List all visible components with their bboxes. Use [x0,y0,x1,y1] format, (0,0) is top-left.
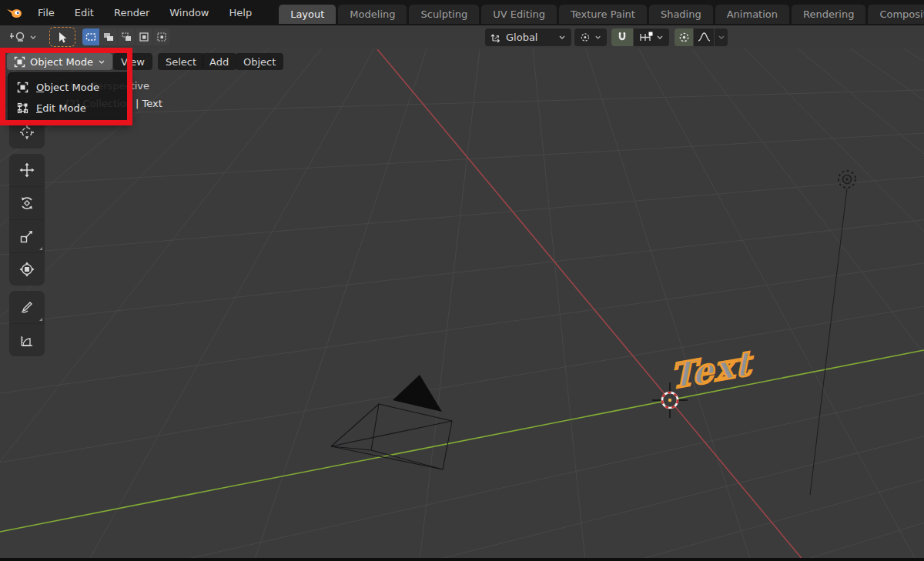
select-mode-subtract-button[interactable] [118,28,135,45]
menu-select[interactable]: Select [158,53,204,70]
select-mode-group [82,28,170,46]
orientation-label: Global [506,32,537,43]
chevron-down-icon [98,59,105,65]
menu-item-object-mode[interactable]: Object Mode [8,77,130,98]
tab-texture-paint[interactable]: Texture Paint [559,5,647,24]
move-tool-icon [19,162,35,178]
scale-tool-icon [19,229,35,244]
menu-item-edit-mode[interactable]: Edit Mode [8,98,130,119]
chevron-down-icon [718,35,725,40]
menu-file[interactable]: File [28,4,65,22]
tab-rendering[interactable]: Rendering [792,5,865,24]
chevron-down-icon [594,35,601,40]
object-mode-icon [17,82,28,93]
select-subtract-icon [121,32,132,42]
proportional-falloff-dropdown[interactable] [715,28,728,46]
blender-logo-icon[interactable] [6,5,23,21]
select-extend-icon [103,32,114,42]
workspace-tabs: Layout Modeling Sculpting UV Editing Tex… [279,0,924,25]
tool-move-button[interactable] [9,154,45,187]
light-object[interactable] [810,171,855,495]
snap-to-dropdown[interactable] [634,28,669,46]
select-mode-set-button[interactable] [82,28,99,45]
tool-transform-button[interactable] [9,253,45,286]
orientation-axes-icon [490,32,502,43]
tab-animation[interactable]: Animation [715,5,789,24]
proportional-circle-icon [678,32,690,43]
tool-rotate-button[interactable] [9,187,45,220]
tool-annotate-button[interactable] [9,291,45,324]
annotate-pencil-icon [19,299,35,315]
pivot-point-icon [580,32,591,43]
transform-orientation-dropdown[interactable]: Global [485,28,571,46]
active-tool-indicator[interactable] [49,28,75,46]
menu-item-label: Edit Mode [36,102,86,114]
select-mode-invert-button[interactable] [136,28,152,45]
cursor-3d-tool-icon [19,125,35,140]
object-mode-icon [14,56,25,68]
chevron-down-icon [656,35,664,40]
select-set-icon [85,32,96,42]
select-invert-icon [139,32,149,42]
mode-dropdown-menu: Object Mode Edit Mode [8,72,131,123]
rotate-tool-icon [19,195,35,211]
menu-object[interactable]: Object [236,53,283,70]
tool-measure-button[interactable] [9,324,45,356]
proportional-edit-group [675,28,728,46]
snap-increment-icon [639,32,653,42]
snapping-group [611,28,669,46]
tab-compositing[interactable]: Compositing [868,5,924,24]
tool-scale-button[interactable] [9,220,45,253]
editor-3d-viewport-icon [9,30,29,44]
tab-layout[interactable]: Layout [279,5,336,24]
edit-mode-icon [17,102,28,114]
proportional-falloff-button[interactable] [694,28,714,46]
camera-up-triangle [393,375,442,412]
tool-settings-bar: Global [0,25,924,48]
viewport-scene [0,48,924,561]
snap-toggle-button[interactable] [611,28,633,46]
tool-shelf [9,116,45,362]
select-mode-extend-button[interactable] [100,28,117,45]
editor-type-selector[interactable] [9,28,37,46]
tab-shading[interactable]: Shading [649,5,713,24]
select-cursor-icon [57,32,68,43]
mode-label: Object Mode [30,56,93,68]
submenu-indicator [39,318,42,321]
mode-dropdown-button[interactable]: Object Mode [7,53,112,70]
pivot-point-dropdown[interactable] [574,28,607,46]
bottom-edge-strip [0,558,924,561]
chevron-down-icon [29,35,37,40]
menu-view[interactable]: View [113,53,152,70]
magnet-icon [616,31,628,43]
menu-add[interactable]: Add [202,53,236,70]
axis-x-red [377,49,804,561]
axis-y-green [0,350,924,532]
measure-tool-icon [19,332,35,348]
menu-edit[interactable]: Edit [65,4,104,22]
submenu-indicator [39,247,42,250]
viewport-3d[interactable]: Text User Perspective (2) Collection | T… [0,48,924,561]
tab-uv-editing[interactable]: UV Editing [481,5,557,24]
topbar: File Edit Render Window Help Layout Mode… [0,0,924,25]
menu-help[interactable]: Help [219,4,263,22]
select-intersect-icon [156,32,167,42]
menu-item-label: Object Mode [36,82,99,93]
tab-modeling[interactable]: Modeling [338,5,407,24]
proportional-edit-toggle[interactable] [675,28,693,46]
tab-sculpting[interactable]: Sculpting [409,5,479,24]
menu-window[interactable]: Window [159,4,219,22]
chevron-down-icon [558,35,566,40]
blender-window: File Edit Render Window Help Layout Mode… [0,0,924,561]
falloff-curve-icon [698,32,711,42]
select-mode-intersect-button[interactable] [153,28,170,45]
transform-tool-icon [19,262,35,277]
menu-render[interactable]: Render [104,4,159,22]
